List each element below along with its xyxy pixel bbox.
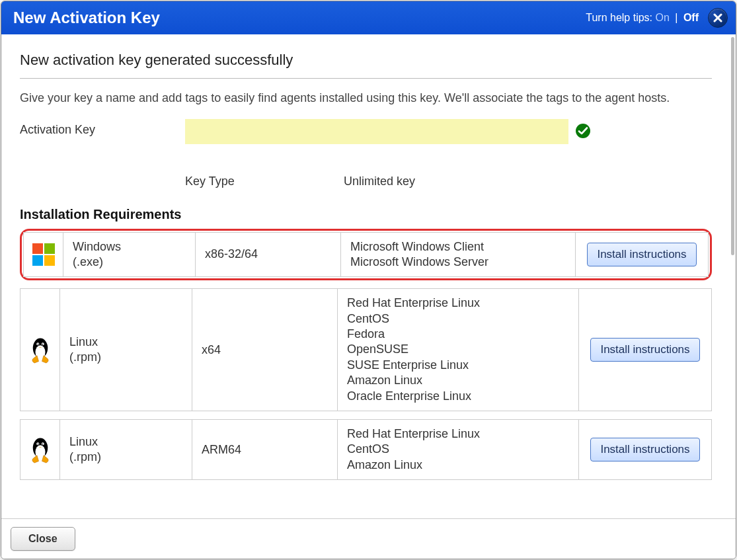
os-name: Windows [73, 239, 186, 255]
titlebar: New Activation Key Turn help tips: On | … [1, 1, 736, 34]
os-cell: Linux(.rpm) [60, 289, 192, 411]
svg-point-5 [37, 344, 38, 345]
page-description: Give your key a name and add tags to eas… [20, 91, 712, 106]
distro-name: Oracle Enterprise Linux [347, 389, 569, 404]
help-tips-toggle: Turn help tips: On | Off [586, 12, 699, 24]
linux-icon [27, 434, 54, 465]
requirements-heading: Installation Requirements [20, 207, 712, 222]
distro-name: Fedora [347, 327, 569, 342]
distro-name: Microsoft Windows Client [350, 239, 566, 255]
dialog-title: New Activation Key [13, 9, 160, 27]
os-package: (.exe) [73, 255, 186, 270]
close-icon-button[interactable] [708, 8, 728, 28]
activation-key-value [185, 119, 568, 144]
requirements-list: Windows(.exe)x86-32/64Microsoft Windows … [20, 229, 712, 481]
distro-name: CentOS [347, 442, 569, 457]
footer: Close [1, 518, 736, 559]
arch-cell: ARM64 [192, 420, 338, 479]
content: New activation key generated successfull… [1, 34, 736, 518]
svg-point-12 [42, 444, 43, 445]
key-type-value: Unlimited key [344, 175, 415, 188]
activation-key-row: Activation Key [20, 119, 712, 144]
requirement-row: Linux(.rpm)x64Red Hat Enterprise LinuxCe… [20, 288, 712, 411]
help-tips-off[interactable]: Off [683, 12, 699, 23]
install-instructions-button[interactable]: Install instructions [587, 243, 696, 266]
os-icon-cell [24, 233, 63, 277]
distro-name: Amazon Linux [347, 458, 569, 473]
install-instructions-button[interactable]: Install instructions [590, 338, 699, 362]
os-icon-cell [20, 289, 60, 411]
button-cell: Install instructions [579, 289, 711, 411]
titlebar-actions: Turn help tips: On | Off [586, 8, 728, 28]
help-tips-label: Turn help tips: [586, 12, 652, 23]
requirement-row: Linux(.rpm)ARM64Red Hat Enterprise Linux… [20, 419, 712, 480]
button-cell: Install instructions [576, 233, 708, 277]
install-instructions-button[interactable]: Install instructions [590, 438, 699, 461]
button-cell: Install instructions [579, 420, 711, 479]
arch-cell: x86-32/64 [196, 233, 341, 277]
windows-icon [32, 243, 55, 266]
separator: | [672, 12, 680, 23]
arch-cell: x64 [192, 289, 338, 411]
key-type-row: Key Type Unlimited key [185, 175, 712, 188]
os-package: (.rpm) [69, 350, 182, 365]
distros-cell: Red Hat Enterprise LinuxCentOSAmazon Lin… [338, 420, 579, 479]
distro-name: Microsoft Windows Server [350, 255, 566, 270]
os-name: Linux [69, 335, 182, 350]
scrollbar[interactable] [731, 37, 734, 255]
page-heading: New activation key generated successfull… [20, 52, 712, 79]
activation-key-label: Activation Key [20, 119, 185, 137]
dialog: New Activation Key Turn help tips: On | … [1, 1, 736, 559]
os-name: Linux [69, 434, 182, 450]
requirement-row: Windows(.exe)x86-32/64Microsoft Windows … [23, 232, 709, 278]
distros-cell: Red Hat Enterprise LinuxCentOSFedoraOpen… [338, 289, 579, 411]
highlighted-row: Windows(.exe)x86-32/64Microsoft Windows … [20, 229, 712, 281]
os-icon-cell [20, 420, 60, 479]
close-button[interactable]: Close [11, 527, 75, 551]
distro-name: Red Hat Enterprise Linux [347, 426, 569, 442]
svg-point-11 [37, 444, 38, 445]
distro-name: Amazon Linux [347, 373, 569, 388]
svg-point-6 [42, 344, 43, 345]
os-cell: Windows(.exe) [63, 233, 196, 277]
distro-name: CentOS [347, 311, 569, 327]
linux-icon [27, 335, 54, 365]
os-cell: Linux(.rpm) [60, 420, 192, 479]
close-icon [713, 13, 722, 22]
content-scroll[interactable]: New activation key generated successfull… [1, 34, 730, 518]
distro-name: Red Hat Enterprise Linux [347, 296, 569, 311]
os-package: (.rpm) [69, 450, 182, 465]
check-icon [575, 123, 591, 141]
key-type-label: Key Type [185, 175, 344, 188]
distros-cell: Microsoft Windows ClientMicrosoft Window… [341, 233, 576, 277]
help-tips-on[interactable]: On [655, 12, 669, 23]
distro-name: SUSE Enterprise Linux [347, 358, 569, 373]
distro-name: OpenSUSE [347, 342, 569, 357]
